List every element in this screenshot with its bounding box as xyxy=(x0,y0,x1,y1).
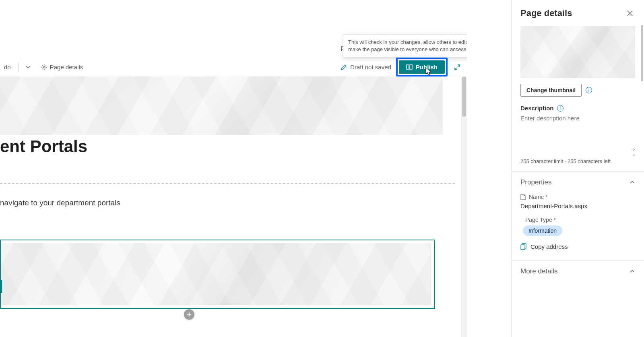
close-icon xyxy=(627,10,633,16)
undo-button[interactable]: do xyxy=(0,61,15,73)
undo-label: do xyxy=(4,64,11,70)
add-section-button[interactable] xyxy=(184,309,194,320)
undo-chevron[interactable] xyxy=(22,62,35,72)
webpart-handle[interactable] xyxy=(0,280,2,293)
chevron-down-icon xyxy=(26,65,31,70)
scroll-thumb[interactable] xyxy=(462,76,466,117)
page-subtitle[interactable]: navigate to your department portals xyxy=(0,198,120,207)
publish-tooltip: This will check in your changes, allow o… xyxy=(343,34,467,58)
info-icon[interactable]: i xyxy=(557,105,564,112)
expand-button[interactable] xyxy=(452,62,462,72)
description-input[interactable] xyxy=(520,115,635,151)
name-value[interactable]: Department-Portals.aspx xyxy=(520,203,635,209)
close-panel-button[interactable] xyxy=(625,8,635,19)
svg-rect-1 xyxy=(521,245,525,250)
hero-banner xyxy=(0,76,443,135)
name-label: Name * xyxy=(529,194,548,200)
draft-status: Draft not saved xyxy=(341,64,391,70)
copy-address-button[interactable]: Copy address xyxy=(520,243,635,250)
chevron-up-icon xyxy=(630,269,635,274)
panel-scroll-thumb[interactable] xyxy=(641,25,643,81)
more-details-section-toggle[interactable]: More details xyxy=(520,267,635,275)
divider xyxy=(512,172,644,172)
page-details-panel: Page details Change thumbnail i Descript… xyxy=(511,0,644,337)
webpart-image xyxy=(1,243,431,305)
change-thumbnail-button[interactable]: Change thumbnail xyxy=(520,84,582,97)
expand-icon xyxy=(454,64,460,70)
editor-toolbar: do Page details Draft not saved xyxy=(0,58,467,76)
gear-icon xyxy=(41,64,47,70)
thumbnail-preview xyxy=(520,26,635,78)
page-details-label: Page details xyxy=(50,64,83,70)
panel-scrollbar[interactable] xyxy=(641,25,643,331)
svg-point-0 xyxy=(43,66,45,68)
copy-address-label: Copy address xyxy=(530,243,568,250)
page-details-button[interactable]: Page details xyxy=(37,61,87,73)
info-icon[interactable]: i xyxy=(586,87,592,93)
panel-title: Page details xyxy=(520,8,572,19)
vertical-scrollbar[interactable]: ▲ xyxy=(461,76,467,337)
publish-button[interactable]: Publish xyxy=(399,60,445,74)
selected-webpart[interactable] xyxy=(0,240,435,309)
char-limit-text: 255 character limit · 255 characters lef… xyxy=(520,158,635,164)
copy-icon xyxy=(520,243,526,250)
draft-status-text: Draft not saved xyxy=(350,64,391,70)
description-label: Description xyxy=(520,105,554,112)
tooltip-text: This will check in your changes, allow o… xyxy=(348,39,467,52)
more-details-label: More details xyxy=(520,267,558,275)
publish-label: Publish xyxy=(416,64,438,70)
resize-handle-icon[interactable]: ⌟ xyxy=(520,151,635,157)
separator xyxy=(18,63,19,72)
page-type-label: Page Type * xyxy=(525,217,556,223)
properties-label: Properties xyxy=(520,178,551,186)
divider xyxy=(512,261,644,261)
book-open-icon xyxy=(406,64,413,70)
file-icon xyxy=(520,194,526,200)
plus-icon xyxy=(187,312,192,317)
properties-section-toggle[interactable]: Properties xyxy=(520,178,635,186)
chevron-up-icon xyxy=(630,180,635,185)
page-title[interactable]: ent Portals xyxy=(0,137,87,156)
pencil-icon xyxy=(341,64,347,70)
page-type-pill[interactable]: Information xyxy=(523,225,562,236)
publish-highlight-box: Publish xyxy=(396,58,448,76)
section-divider xyxy=(0,183,455,184)
